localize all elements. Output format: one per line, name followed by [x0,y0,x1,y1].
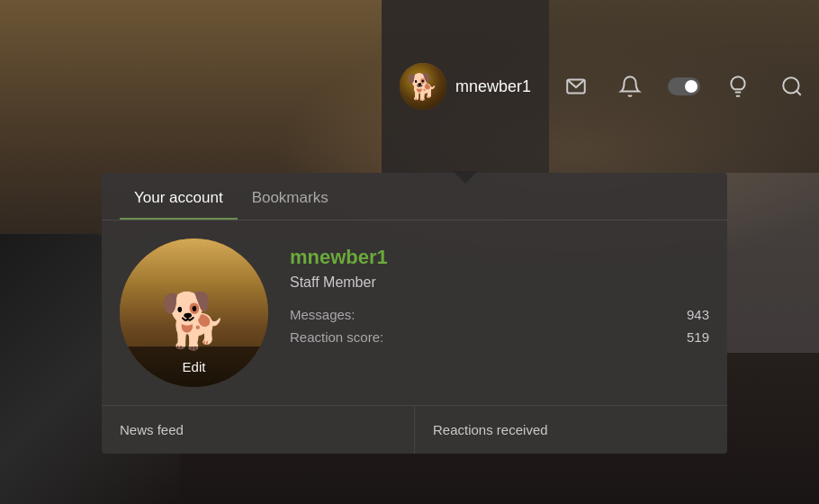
profile-username[interactable]: mnewber1 [290,246,709,269]
navbar-inner: mnewber1 [382,0,819,173]
dropdown-profile-content: Edit mnewber1 Staff Member Messages: 943… [102,220,727,405]
lightbulb-icon [726,75,750,98]
svg-point-1 [783,77,798,93]
mail-icon-button[interactable] [549,0,603,173]
reactions-received-link[interactable]: Reactions received [415,406,727,454]
nav-avatar-image [400,63,446,110]
reaction-score-label: Reaction score: [290,329,383,345]
nav-user-button[interactable]: mnewber1 [382,0,549,173]
right-panel [724,173,819,353]
navbar: mnewber1 [0,0,819,173]
messages-label: Messages: [290,307,356,322]
search-icon [780,75,804,98]
tab-bookmarks[interactable]: Bookmarks [238,173,343,220]
profile-avatar[interactable]: Edit [120,238,268,387]
nav-avatar [400,63,446,110]
theme-toggle-button[interactable] [657,0,711,173]
tips-icon-button[interactable] [711,0,765,173]
profile-stats: Messages: 943 Reaction score: 519 [290,307,709,345]
profile-role: Staff Member [290,274,709,291]
reaction-score-value: 519 [687,329,709,345]
nav-username: mnewber1 [455,77,531,96]
svg-line-2 [796,91,801,95]
mail-icon [564,75,588,98]
dropdown-footer: News feed Reactions received [102,405,727,454]
account-dropdown: Your account Bookmarks Edit mnewber1 Sta… [102,173,727,454]
news-feed-link[interactable]: News feed [102,406,415,454]
tab-your-account[interactable]: Your account [120,173,238,220]
stat-row-messages: Messages: 943 [290,307,709,322]
avatar-edit-button[interactable]: Edit [120,346,268,387]
notifications-icon-button[interactable] [603,0,657,173]
theme-toggle-icon [668,77,700,95]
profile-info: mnewber1 Staff Member Messages: 943 Reac… [290,238,709,345]
stat-row-reactions: Reaction score: 519 [290,329,709,345]
bell-icon [618,75,642,98]
search-icon-button[interactable] [765,0,819,173]
dropdown-tabs: Your account Bookmarks [102,173,727,220]
messages-value: 943 [687,307,709,322]
